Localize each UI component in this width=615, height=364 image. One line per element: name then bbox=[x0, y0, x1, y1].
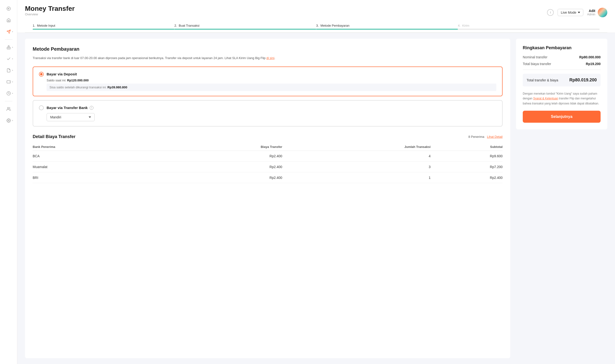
sidebar bbox=[0, 0, 17, 364]
biaya-label: Total biaya transfer bbox=[523, 62, 551, 66]
cell-jumlah: 1 bbox=[282, 172, 431, 183]
payment-option-bank[interactable]: Bayar via Transfer Bank i Mandiri bbox=[33, 100, 503, 127]
user-role: Admin bbox=[587, 13, 595, 16]
info-icon[interactable]: i bbox=[547, 9, 554, 16]
table-row: BCA Rp2.400 4 Rp9.600 bbox=[33, 151, 503, 161]
biaya-value: Rp19.200 bbox=[586, 62, 601, 66]
cell-jumlah: 4 bbox=[282, 151, 431, 161]
selected-bank: Mandiri bbox=[50, 115, 61, 119]
svg-point-5 bbox=[8, 48, 8, 48]
user-name: Adit bbox=[587, 9, 595, 13]
submit-button[interactable]: Selanjutnya bbox=[523, 111, 601, 123]
col-subtotal: Subtotal bbox=[430, 143, 503, 151]
total-box: Total transfer & biaya Rp80.019.200 bbox=[523, 74, 601, 86]
deposit-remaining: Sisa saldo setelah dikurangi transaksi i… bbox=[47, 84, 496, 91]
total-value: Rp80.019.200 bbox=[569, 78, 597, 83]
bank-label: Bayar via Transfer Bank bbox=[47, 106, 88, 110]
lihat-detail-link[interactable]: Lihat Detail bbox=[487, 135, 503, 139]
step-2-label: 2. Buat Transaksi bbox=[174, 24, 316, 27]
nominal-label: Nominal transfer bbox=[523, 55, 548, 59]
table-row: Muamalat Rp2.400 3 Rp7.200 bbox=[33, 161, 503, 172]
svg-point-6 bbox=[9, 48, 9, 48]
radio-deposit[interactable] bbox=[39, 72, 44, 77]
terms-text: Dengan menekan tombol "Kirim Uang" saya … bbox=[523, 91, 601, 106]
content-area: Metode Pembayaran Transaksi via transfer… bbox=[17, 33, 615, 364]
sla-link[interactable]: di sini bbox=[267, 56, 274, 60]
deposit-balance: Saldo saat ini: Rp120.000.000 bbox=[47, 78, 496, 82]
step-4-line bbox=[458, 29, 600, 29]
summary-card: Ringkasan Pembayaran Nominal transfer Rp… bbox=[516, 39, 607, 130]
header: Money Transfer Overview i Live Mode Adit… bbox=[17, 0, 615, 33]
detail-header: Detail Biaya Transfer 8 Penerima Lihat D… bbox=[33, 134, 503, 139]
svg-point-10 bbox=[8, 120, 9, 121]
total-label: Total transfer & biaya bbox=[527, 78, 558, 82]
main-area: Money Transfer Overview i Live Mode Adit… bbox=[17, 0, 615, 364]
bank-option-header: Bayar via Transfer Bank i bbox=[39, 105, 496, 110]
radio-deposit-inner bbox=[40, 73, 42, 75]
detail-title: Detail Biaya Transfer bbox=[33, 134, 75, 139]
terms-link[interactable]: Syarat & Ketentuan bbox=[533, 97, 558, 100]
step-3-line bbox=[316, 29, 458, 29]
payment-section-title: Metode Pembayaran bbox=[33, 46, 503, 52]
step-2-line bbox=[174, 29, 316, 29]
breadcrumb: Overview bbox=[25, 13, 75, 16]
nominal-row: Nominal transfer Rp80.000.000 bbox=[523, 55, 601, 59]
avatar[interactable] bbox=[598, 8, 607, 17]
table-row: BRI Rp2.400 1 Rp2.400 bbox=[33, 172, 503, 183]
cell-subtotal: Rp2.400 bbox=[430, 172, 503, 183]
cell-subtotal: Rp7.200 bbox=[430, 161, 503, 172]
sidebar-item-wallet[interactable] bbox=[4, 77, 13, 87]
user-info: Adit Admin bbox=[587, 9, 595, 16]
sidebar-item-send-money[interactable] bbox=[4, 27, 13, 37]
radio-bank[interactable] bbox=[39, 105, 44, 110]
biaya-table: Bank Penerima Biaya Transfer Jumlah Tran… bbox=[33, 143, 503, 183]
nominal-value: Rp80.000.000 bbox=[579, 55, 601, 59]
step-2[interactable]: 2. Buat Transaksi bbox=[174, 21, 316, 32]
bank-dropdown[interactable]: Mandiri bbox=[47, 113, 95, 121]
bank-info-icon[interactable]: i bbox=[90, 106, 94, 110]
cell-biaya: Rp2.400 bbox=[160, 151, 282, 161]
sidebar-divider-1 bbox=[5, 39, 13, 40]
step-3[interactable]: 3. Metode Pembayaran bbox=[316, 21, 458, 32]
step-1[interactable]: 1. Metode Input bbox=[33, 21, 174, 32]
right-panel: Ringkasan Pembayaran Nominal transfer Rp… bbox=[516, 39, 607, 358]
sidebar-item-check[interactable] bbox=[4, 54, 13, 64]
sidebar-divider-2 bbox=[5, 101, 13, 101]
sidebar-item-document[interactable] bbox=[4, 65, 13, 75]
sidebar-item-robot[interactable] bbox=[4, 42, 13, 52]
summary-divider bbox=[523, 70, 601, 70]
payment-option-deposit[interactable]: Bayar via Deposit Saldo saat ini: Rp120.… bbox=[33, 66, 503, 96]
sidebar-item-settings[interactable] bbox=[4, 116, 13, 125]
step-1-line bbox=[33, 29, 174, 29]
deposit-label: Bayar via Deposit bbox=[47, 72, 77, 76]
live-mode-button[interactable]: Live Mode bbox=[558, 9, 583, 16]
summary-title: Ringkasan Pembayaran bbox=[523, 45, 601, 51]
cell-biaya: Rp2.400 bbox=[160, 161, 282, 172]
sidebar-item-users[interactable] bbox=[4, 104, 13, 114]
header-right: i Live Mode Adit Admin bbox=[547, 8, 607, 17]
cell-bank: BCA bbox=[33, 151, 160, 161]
step-3-label: 3. Metode Pembayaran bbox=[316, 24, 458, 27]
cell-biaya: Rp2.400 bbox=[160, 172, 282, 183]
page-title: Money Transfer bbox=[25, 5, 75, 13]
main-card: Metode Pembayaran Transaksi via transfer… bbox=[25, 39, 510, 358]
sidebar-item-back[interactable] bbox=[4, 4, 13, 13]
cell-bank: BRI bbox=[33, 172, 160, 183]
step-4[interactable]: 4. Kirim bbox=[458, 21, 600, 32]
title-block: Money Transfer Overview bbox=[25, 5, 75, 20]
col-bank-penerima: Bank Penerima bbox=[33, 143, 160, 151]
step-1-label: 1. Metode Input bbox=[33, 24, 174, 27]
sidebar-item-history[interactable] bbox=[4, 89, 13, 98]
cell-jumlah: 3 bbox=[282, 161, 431, 172]
cell-bank: Muamalat bbox=[33, 161, 160, 172]
deposit-option-header: Bayar via Deposit bbox=[39, 72, 496, 77]
bank-label-group: Bayar via Transfer Bank i bbox=[47, 106, 94, 110]
user-badge: Adit Admin bbox=[587, 8, 607, 17]
svg-rect-4 bbox=[7, 47, 10, 49]
col-biaya-transfer: Biaya Transfer bbox=[160, 143, 282, 151]
payment-info-text: Transaksi via transfer bank di luar 07.0… bbox=[33, 56, 503, 61]
sidebar-item-home[interactable] bbox=[4, 15, 13, 25]
detail-meta: 8 Penerima Lihat Detail bbox=[468, 135, 503, 139]
detail-section: Detail Biaya Transfer 8 Penerima Lihat D… bbox=[33, 134, 503, 183]
steps-bar: 1. Metode Input 2. Buat Transaksi 3. Met… bbox=[25, 21, 607, 33]
